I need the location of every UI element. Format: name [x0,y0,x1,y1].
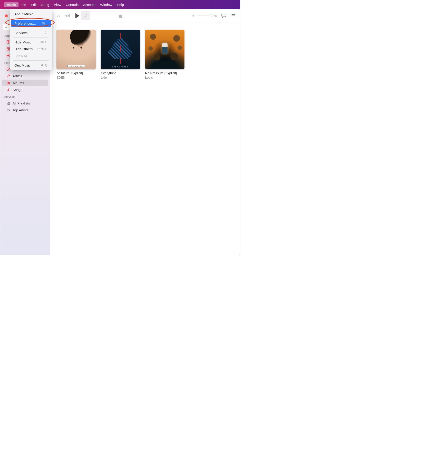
parental-advisory-badge: PARENTAL ADVISORY [67,65,85,67]
album-icon [6,81,10,85]
queue-button[interactable] [230,14,235,18]
svg-rect-13 [7,49,8,50]
chevron-right-icon: 〉 [45,31,48,35]
lyrics-button[interactable]: ” [221,13,226,18]
menu-label: Preferences… [14,22,36,25]
svg-rect-24 [8,104,10,105]
grid-icon [6,47,10,51]
sidebar-item-songs[interactable]: Songs [2,86,48,93]
apple-logo-icon [118,13,123,18]
menubar-item-controls[interactable]: Controls [64,2,81,7]
playlist-grid-icon [6,102,10,105]
volume-knob[interactable] [210,14,213,17]
menu-separator [13,60,49,61]
album-artist: Logic [145,76,185,79]
menubar-item-account[interactable]: Account [81,2,98,7]
menu-label: Hide Others [14,47,33,51]
[interactable]: PARENTAL ADVISORY [56,30,96,69]
sidebar-item-top-artists[interactable]: Top Artists [2,107,48,113]
album-title: no future [Explicit] [56,71,96,75]
note-icon [6,88,10,92]
menu-label: Services [14,31,28,35]
menu-separator [13,37,49,38]
svg-point-17 [8,75,9,76]
volume-high-icon [213,14,217,18]
window-close-button[interactable] [5,14,8,17]
menu-label: Show All [14,54,28,58]
svg-rect-11 [7,48,8,49]
menu-preferences[interactable]: Preferences… ⌘ , [11,20,51,27]
menubar-item-song[interactable]: Song [39,2,52,7]
svg-text:”: ” [223,14,224,17]
svg-point-5 [231,14,231,15]
menubar-item-music[interactable]: Music [4,2,18,7]
menubar-item-file[interactable]: File [18,2,28,7]
menubar-item-help[interactable]: Help [115,2,126,7]
menu-shortcut: ⌘ H [41,40,48,44]
svg-point-7 [231,17,231,17]
svg-rect-12 [8,48,10,49]
play-circle-icon [6,40,10,44]
sidebar-section-playlists: Playlists [0,93,50,100]
menubar-item-window[interactable]: Window [98,2,115,7]
album-card[interactable]: No Pressure [Explicit] Logic [145,30,185,79]
menu-show-all: Show All [11,52,51,59]
menu-separator [13,18,49,19]
menubar-item-view[interactable]: View [52,2,64,7]
menu-shortcut: ⌘ Q [40,63,48,67]
volume-slider[interactable] [192,14,217,18]
menu-hide-music[interactable]: Hide Music ⌘ H [11,39,51,45]
sidebar-item-label: Artists [13,74,22,78]
svg-point-8 [5,26,7,28]
now-playing-art-placeholder [81,11,90,20]
album-card[interactable]: PARENTAL ADVISORY no future [Explicit] E… [56,30,96,79]
mic-icon [6,74,10,78]
sidebar-item-all-playlists[interactable]: All Playlists [2,100,48,107]
sidebar-item-label: Top Artists [13,108,28,112]
svg-point-6 [231,16,231,16]
toolbar-right-tools: ” [192,13,235,18]
play-button[interactable] [75,13,80,18]
menu-separator [13,28,49,28]
menu-quit-music[interactable]: Quit Music ⌘ Q [11,62,51,68]
menu-about-music[interactable]: About Music [11,11,51,17]
previous-button[interactable] [65,14,70,18]
search-icon [5,25,8,28]
cover-caption: EVERYTHING [112,66,129,68]
menu-label: Hide Music [14,40,31,44]
album-card[interactable]: EVERYTHING Everything Lido [101,30,140,79]
svg-rect-14 [8,49,10,50]
svg-rect-22 [8,102,10,103]
menu-shortcut: ⌥⌘ H [37,47,48,51]
volume-track[interactable] [196,16,212,16]
sidebar-item-label: Albums [13,81,24,85]
album-artist: EDEN [56,76,96,79]
playlist-icon [6,108,10,112]
album-title: No Pressure [Explicit] [145,71,185,75]
menubar-item-edit[interactable]: Edit [28,2,39,7]
menu-services[interactable]: Services 〉 [11,29,51,36]
svg-line-9 [7,28,8,28]
music-app-menu-dropdown: About Music Preferences… ⌘ , Services 〉 … [10,9,52,70]
svg-rect-0 [222,14,226,17]
menu-label: About Music [14,12,33,16]
volume-low-icon [192,14,195,17]
now-playing-lcd[interactable] [81,11,159,20]
album-cover[interactable]: EVERYTHING [101,30,140,69]
radio-icon [6,54,10,58]
menu-label: Quit Music [14,63,31,67]
mac-menubar: Music File Edit Song View Controls Accou… [0,0,240,9]
album-cover[interactable] [145,30,185,69]
menu-hide-others[interactable]: Hide Others ⌥⌘ H [11,45,51,52]
sidebar-item-artists[interactable]: Artists [2,73,48,79]
albums-grid: PARENTAL ADVISORY no future [Explicit] E… [56,30,234,79]
album-artist: Lido [101,76,140,79]
main-content-albums: PARENTAL ADVISORY no future [Explicit] E… [50,23,240,255]
svg-point-15 [8,55,9,56]
shuffle-button[interactable] [56,14,61,18]
svg-point-20 [8,83,8,83]
album-title: Everything [101,71,140,75]
sidebar-item-label: Songs [13,88,22,92]
sidebar-item-albums[interactable]: Albums [2,79,48,86]
svg-rect-21 [7,102,8,103]
